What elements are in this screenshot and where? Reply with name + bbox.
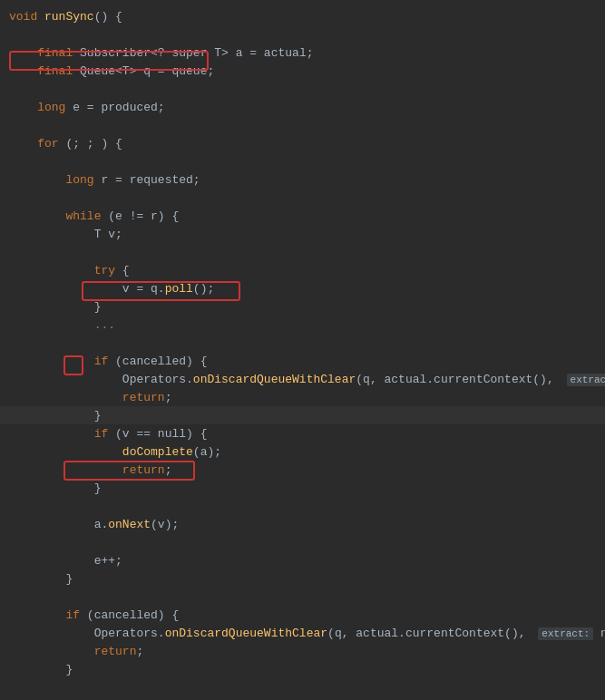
line-18: ...: [0, 316, 605, 334]
line-39: if (q.isEmpty()) {: [0, 696, 605, 700]
line-23: }: [0, 406, 605, 424]
line-2: [0, 25, 605, 44]
line-8: for (; ; ) {: [0, 134, 605, 152]
line-33: [0, 588, 605, 606]
line-38: [0, 678, 605, 696]
line-10: long r = requested;: [0, 170, 605, 189]
line-9: [0, 152, 605, 170]
code-editor: void runSync() { final Subscriber<? supe…: [0, 0, 605, 700]
line-7: [0, 116, 605, 134]
line-32: }: [0, 569, 605, 588]
line-26: return;: [0, 461, 605, 479]
line-22: return;: [0, 388, 605, 406]
line-14: [0, 243, 605, 261]
line-6: long e = produced;: [0, 98, 605, 116]
line-28: [0, 497, 605, 515]
line-4: final Queue<T> q = queue;: [0, 62, 605, 80]
line-15: try {: [0, 261, 605, 279]
line-13: T v;: [0, 225, 605, 243]
line-24: if (v == null) {: [0, 424, 605, 442]
line-35: Operators.onDiscardQueueWithClear(q, act…: [0, 624, 605, 642]
line-5: [0, 80, 605, 98]
line-16: v = q.poll();: [0, 279, 605, 297]
line-11: [0, 189, 605, 207]
line-21: Operators.onDiscardQueueWithClear(q, act…: [0, 370, 605, 388]
line-29: a.onNext(v);: [0, 515, 605, 533]
line-20: if (cancelled) {: [0, 352, 605, 370]
line-3: final Subscriber<? super T> a = actual;: [0, 44, 605, 62]
line-25: doComplete(a);: [0, 442, 605, 461]
line-1: void runSync() {: [0, 7, 605, 25]
line-19: [0, 334, 605, 352]
line-37: }: [0, 660, 605, 678]
line-34: if (cancelled) {: [0, 606, 605, 624]
line-17: }: [0, 297, 605, 316]
line-31: e++;: [0, 551, 605, 569]
line-12: while (e != r) {: [0, 207, 605, 225]
line-30: [0, 533, 605, 551]
line-36: return;: [0, 642, 605, 660]
line-27: }: [0, 479, 605, 497]
